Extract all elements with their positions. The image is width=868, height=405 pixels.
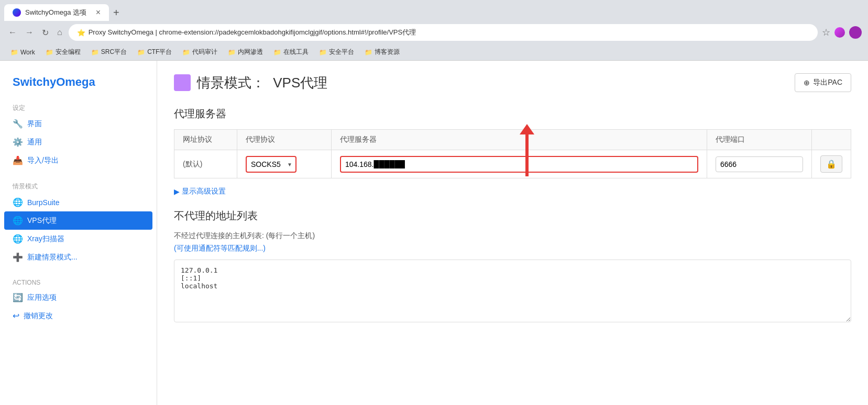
red-arrow — [520, 124, 534, 176]
sidebar-section-settings: 设定 — [0, 99, 157, 115]
folder-icon: 📁 — [319, 49, 327, 56]
proxy-server-input[interactable] — [340, 156, 698, 173]
profile-icon — [849, 26, 862, 39]
bookmark-ctf[interactable]: 📁 CTF平台 — [133, 47, 176, 58]
url-protocol-cell: (默认) — [174, 150, 237, 178]
proxy-protocol-cell: SOCKS5 SOCKS4 HTTP HTTPS — [237, 150, 332, 178]
wrench-icon: 🔧 — [13, 119, 23, 129]
folder-icon: 📁 — [228, 49, 236, 56]
no-proxy-link[interactable]: (可使用通配符等匹配规则...) — [174, 244, 851, 253]
advanced-settings-link[interactable]: ▶ 显示高级设置 — [174, 187, 226, 196]
col-proxy-protocol: 代理协议 — [237, 130, 332, 150]
sidebar-section-actions: ACTIONS — [0, 275, 157, 288]
bookmark-blog[interactable]: 📁 博客资源 — [360, 47, 404, 58]
no-proxy-desc: 不经过代理连接的主机列表: (每行一个主机) — [174, 231, 851, 241]
proxy-port-input[interactable] — [716, 156, 803, 172]
gear-icon: ⚙️ — [13, 137, 23, 147]
lock-cell: 🔒 — [812, 150, 851, 178]
globe-xray-icon: 🌐 — [13, 234, 23, 244]
tab-close-button[interactable]: × — [96, 8, 101, 17]
main-content: 情景模式： VPS代理 ⊕ 导出PAC 代理服务器 网址协议 代理协议 代理服务… — [157, 61, 868, 405]
no-proxy-title: 不代理的地址列表 — [174, 209, 851, 223]
globe-icon: 🌐 — [13, 197, 23, 207]
sidebar-brand: SwitchyOmega — [0, 71, 157, 99]
sidebar-item-vps-proxy[interactable]: 🌐 VPS代理 — [4, 211, 152, 230]
sidebar-item-ui[interactable]: 🔧 界面 — [0, 115, 157, 133]
chevron-icon: ▶ — [174, 187, 180, 196]
proxy-protocol-select[interactable]: SOCKS5 SOCKS4 HTTP HTTPS — [246, 156, 296, 173]
folder-icon: 📁 — [137, 49, 145, 56]
bookmark-button[interactable]: ☆ — [822, 27, 830, 38]
bookmark-code-audit[interactable]: 📁 代码审计 — [178, 47, 222, 58]
secure-icon: ⭐ — [77, 29, 85, 37]
tab-title: SwitchyOmega 选项 — [25, 8, 86, 17]
sidebar-item-apply[interactable]: 🔄 应用选项 — [0, 288, 157, 307]
bookmark-security-platform[interactable]: 📁 安全平台 — [315, 47, 358, 58]
sidebar-item-revert[interactable]: ↩ 撤销更改 — [0, 307, 157, 325]
revert-icon: ↩ — [13, 311, 19, 321]
lock-button[interactable]: 🔒 — [820, 155, 842, 173]
bookmark-online-tools[interactable]: 📁 在线工具 — [269, 47, 313, 58]
globe-active-icon: 🌐 — [13, 216, 23, 226]
page-title: 情景模式： VPS代理 — [197, 74, 327, 92]
col-url-protocol: 网址协议 — [174, 130, 237, 150]
extension-icon — [834, 27, 845, 38]
export-icon: ⊕ — [804, 78, 810, 87]
back-button[interactable]: ← — [6, 26, 19, 39]
col-proxy-port: 代理端口 — [707, 130, 812, 150]
bookmarks-bar: 📁 Work 📁 安全编程 📁 SRC平台 📁 CTF平台 📁 代码审计 📁 内… — [0, 44, 868, 61]
address-text: Proxy SwitchyOmega | chrome-extension://… — [89, 28, 416, 37]
bookmark-intranet[interactable]: 📁 内网渗透 — [224, 47, 267, 58]
sidebar-item-burpsuite[interactable]: 🌐 BurpSuite — [0, 193, 157, 211]
reload-button[interactable]: ↻ — [40, 26, 51, 40]
proxy-server-cell — [332, 150, 707, 178]
home-button[interactable]: ⌂ — [55, 26, 64, 39]
address-bar[interactable]: ⭐ Proxy SwitchyOmega | chrome-extension:… — [69, 24, 818, 41]
proxy-table: 网址协议 代理协议 代理服务器 代理端口 (默认) SOCKS5 — [174, 129, 851, 178]
table-row: (默认) SOCKS5 SOCKS4 HTTP HTTPS — [174, 150, 851, 178]
import-icon: 📥 — [13, 155, 23, 165]
sidebar-item-xray[interactable]: 🌐 Xray扫描器 — [0, 230, 157, 248]
bookmark-work[interactable]: 📁 Work — [6, 48, 39, 57]
folder-icon: 📁 — [46, 49, 53, 56]
folder-icon: 📁 — [182, 49, 190, 56]
bookmark-security-coding[interactable]: 📁 安全编程 — [41, 47, 85, 58]
page-header: 情景模式： VPS代理 ⊕ 导出PAC — [174, 73, 851, 92]
sidebar: SwitchyOmega 设定 🔧 界面 ⚙️ 通用 📥 导入/导出 情景模式 … — [0, 61, 157, 405]
sidebar-item-new-profile[interactable]: ➕ 新建情景模式... — [0, 248, 157, 266]
profile-color-indicator — [174, 74, 191, 91]
tab-favicon — [13, 8, 21, 17]
plus-icon: ➕ — [13, 252, 23, 262]
sidebar-section-profiles: 情景模式 — [0, 178, 157, 193]
browser-tab[interactable]: SwitchyOmega 选项 × — [4, 4, 109, 21]
col-proxy-server: 代理服务器 — [332, 130, 707, 150]
bookmark-src[interactable]: 📁 SRC平台 — [87, 47, 131, 58]
folder-icon: 📁 — [365, 49, 372, 56]
sidebar-item-general[interactable]: ⚙️ 通用 — [0, 133, 157, 151]
export-pac-button[interactable]: ⊕ 导出PAC — [795, 73, 851, 92]
forward-button[interactable]: → — [23, 26, 36, 39]
folder-icon: 📁 — [10, 49, 18, 56]
folder-icon: 📁 — [273, 49, 281, 56]
sidebar-item-import-export[interactable]: 📥 导入/导出 — [0, 151, 157, 170]
apply-icon: 🔄 — [13, 292, 23, 302]
new-tab-button[interactable]: + — [109, 4, 124, 21]
proxy-server-title: 代理服务器 — [174, 107, 851, 121]
proxy-port-cell — [707, 150, 812, 178]
folder-icon: 📁 — [91, 49, 99, 56]
no-proxy-textarea[interactable]: 127.0.0.1 [::1] localhost — [174, 260, 851, 322]
